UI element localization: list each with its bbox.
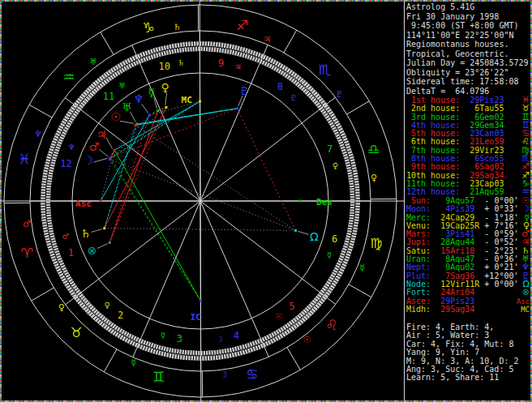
svg-text:☿: ☿: [359, 263, 365, 273]
planet-row: Midh: 29Sag34 MC: [406, 306, 530, 314]
row-label: Midh:: [406, 305, 431, 314]
svg-text:♆: ♆: [34, 129, 42, 139]
angle-label-ic: IC: [191, 312, 201, 323]
house-system: Regiomontanus houses.: [406, 40, 530, 49]
svg-text:☿: ☿: [327, 250, 332, 259]
svg-text:☿: ☿: [131, 357, 136, 368]
svg-text:♏: ♏: [319, 62, 331, 78]
astrolog-window: { "app_title": "Astrolog 5.41G", "header…: [0, 0, 532, 402]
planet-dot-sun: [135, 124, 137, 126]
planet-dot-neptune: [148, 114, 151, 117]
svg-text:♃: ♃: [263, 34, 271, 45]
row-position: 29Sag34: [431, 305, 479, 314]
summary-stats-block: Fire: 4, Earth: 4, Air : 5, Water: 3 Car…: [406, 323, 530, 383]
planet-glyph-saturn: ♄: [80, 227, 91, 240]
chart-info-block: Astrolog 5.41G Fri 30 January 1998 9:45:…: [406, 2, 530, 96]
julian-day: Julian Day = 2450843.5729: [406, 58, 530, 68]
svg-text:♉: ♉: [70, 324, 82, 340]
planet-glyph-node: Ω: [310, 230, 319, 243]
angle-label-mc: MC: [182, 95, 192, 105]
svg-text:♓: ♓: [18, 151, 30, 167]
planet-glyph-venus: ♀: [161, 81, 169, 94]
svg-text:☽: ☽: [216, 335, 223, 344]
svg-text:☉: ☉: [275, 312, 282, 321]
svg-text:10: 10: [158, 61, 169, 72]
chart-time: 9:45:00 (ST +8:00 GMT): [406, 21, 530, 31]
svg-text:11: 11: [103, 91, 114, 102]
planet-glyph-mars: ♂: [89, 140, 100, 153]
planet-glyph-moon: ☽: [84, 154, 94, 167]
svg-text:12: 12: [60, 158, 71, 169]
svg-text:♅: ♅: [89, 57, 97, 67]
angle-label-des: Des: [316, 197, 332, 207]
svg-text:♊: ♊: [152, 369, 165, 385]
svg-text:1: 1: [68, 247, 74, 259]
svg-text:♇: ♇: [290, 93, 297, 102]
svg-text:♌: ♌: [325, 317, 337, 333]
learn-share-stats: Learn: 5, Share: 11: [406, 374, 530, 382]
svg-text:8: 8: [277, 81, 283, 92]
planet-dot-moon: [109, 158, 111, 160]
svg-text:♃: ♃: [234, 62, 242, 71]
svg-text:♅: ♅: [118, 81, 126, 90]
planet-dot-jupiter: [114, 149, 116, 152]
app-title: Astrolog 5.41G: [406, 2, 530, 12]
row-label: 12th house:: [406, 187, 460, 196]
svg-text:♍: ♍: [370, 235, 382, 251]
svg-text:♇: ♇: [335, 89, 343, 100]
svg-text:♄: ♄: [178, 58, 185, 67]
planet-dot-venus: [165, 106, 167, 109]
row-glyph: ⊗: [522, 288, 530, 297]
angle-label-asc: Asc: [75, 199, 92, 209]
chart-date: Fri 30 January 1998: [406, 12, 530, 22]
row-glyph: Asc: [517, 297, 530, 306]
window-border-left: [0, 0, 2, 402]
svg-text:♐: ♐: [236, 17, 248, 33]
houses-list: 1st house: 29Pis23♓ 2nd house: 6Tau55♉ 3…: [406, 96, 530, 197]
planet-glyph-neptune: ♆: [134, 92, 144, 105]
svg-text:3: 3: [177, 333, 182, 344]
planet-glyph-uranus: ♅: [122, 100, 132, 113]
svg-text:♑: ♑: [143, 19, 155, 36]
row-position: 21Aqu59: [460, 187, 504, 196]
row-latitude: + 0°00': [479, 280, 518, 289]
zodiac-mode: Tropical, Geocentric.: [406, 49, 530, 59]
planet-dot-saturn: [103, 227, 105, 229]
svg-text:☉: ☉: [303, 335, 311, 345]
svg-text:♒: ♒: [62, 69, 75, 85]
obliquity: Obliquity = 23°26'22": [406, 68, 530, 78]
svg-text:5: 5: [289, 301, 294, 312]
panel-divider: [404, 0, 405, 402]
planet-glyph-mercury: ☿: [148, 86, 156, 99]
delta-t: DeltaT = 64.0796: [406, 87, 530, 96]
svg-text:9: 9: [218, 58, 224, 69]
planet-dot-mercury: [157, 109, 159, 112]
svg-text:♂: ♂: [62, 232, 69, 241]
svg-text:☽: ☽: [220, 370, 228, 380]
svg-text:4: 4: [234, 330, 239, 341]
planet-dot-fortune: [109, 242, 111, 244]
svg-text:7: 7: [327, 143, 332, 155]
svg-text:♄: ♄: [173, 22, 181, 32]
svg-text:♈: ♈: [21, 245, 33, 261]
svg-text:6: 6: [332, 233, 337, 245]
window-border-top: [0, 0, 532, 2]
planet-glyph-jupiter: ♃: [97, 128, 107, 141]
svg-text:♀: ♀: [371, 173, 377, 183]
planets-list: Sun: 9Aqu57 - 0°00'☉Moon: 4Pis39 + 0°33'…: [406, 197, 530, 314]
svg-text:♀: ♀: [332, 161, 338, 170]
svg-text:♎: ♎: [367, 141, 380, 157]
sidereal-time: Sidereal time: 17:58:08: [406, 77, 530, 87]
svg-text:2: 2: [118, 310, 123, 321]
planet-dot-node: [294, 229, 297, 232]
svg-text:♀: ♀: [104, 301, 109, 310]
svg-text:♆: ♆: [68, 143, 75, 152]
planet-glyph-sun: ☉: [111, 110, 122, 123]
svg-text:☿: ☿: [161, 331, 165, 340]
row-glyph: MC: [521, 306, 530, 314]
svg-text:♀: ♀: [58, 302, 65, 313]
chart-location: 114°11'00"E 22°25'00"N: [406, 31, 530, 41]
natal-chart-wheel: ♈♂♉♀♊☿♋☽♌☉♍☿♎♀♏♇♐♃♑♄♒♅♓♆1♂2♀3☿4☽5☉6☿7♀8♇…: [0, 0, 404, 402]
planet-glyph-pluto: ♇: [239, 84, 250, 97]
svg-text:♋: ♋: [246, 366, 258, 383]
